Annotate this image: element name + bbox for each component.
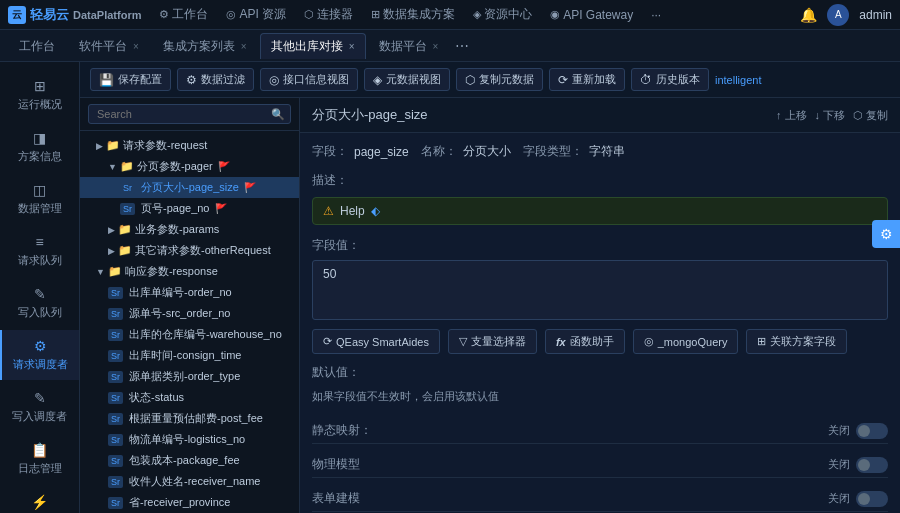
overview-icon: ⊞ — [34, 78, 46, 94]
sidebar-item-data-management[interactable]: ◫ 数据管理 — [0, 174, 79, 224]
tree-node-logistics-no[interactable]: Sr 物流单编号-logistics_no — [80, 429, 299, 450]
help-link[interactable]: ⬖ — [371, 204, 380, 218]
tree-node-params[interactable]: ▶ 📁 业务参数-params — [80, 219, 299, 240]
copy-meta-button[interactable]: ⬡ 复制元数据 — [456, 68, 543, 91]
field-name-value: 分页大小 — [463, 143, 511, 160]
tab-workbench[interactable]: 工作台 — [8, 33, 66, 59]
function-helper-label: 函数助手 — [570, 334, 614, 349]
interface-view-button[interactable]: ◎ 接口信息视图 — [260, 68, 358, 91]
sidebar-item-log-management[interactable]: 📋 日志管理 — [0, 434, 79, 484]
copy-icon: ⬡ — [853, 109, 863, 122]
write-debug-icon: ✎ — [34, 390, 46, 406]
fv-toolbar: ⟳ QEasy SmartAides ▽ 支量选择器 fx 函数助手 — [312, 329, 888, 354]
tree-node-receiver-name[interactable]: Sr 收件人姓名-receiver_name — [80, 471, 299, 492]
down-label: 下移 — [823, 108, 845, 123]
nav-connector[interactable]: ⬡ 连接器 — [296, 4, 361, 25]
default-value-section: 默认值： 如果字段值不生效时，会启用该默认值 — [312, 364, 888, 408]
detail-title: 分页大小-page_size — [312, 106, 776, 124]
nav-api-resource[interactable]: ◎ API 资源 — [218, 4, 294, 25]
more-tabs-icon[interactable]: ⋯ — [455, 38, 469, 54]
static-mapping-switch[interactable]: 关闭 — [828, 423, 888, 439]
move-down-button[interactable]: ↓ 下移 — [815, 108, 846, 123]
sidebar-item-request-queue[interactable]: ≡ 请求队列 — [0, 226, 79, 276]
tab-other-db-connect[interactable]: 其他出库对接 × — [260, 33, 366, 59]
function-helper-button[interactable]: fx 函数助手 — [545, 329, 625, 354]
sidebar-item-request-debug[interactable]: ⚙ 请求调度者 — [0, 330, 79, 380]
tree-node-request[interactable]: ▶ 📁 请求参数-request — [80, 135, 299, 156]
static-mapping-toggle[interactable] — [856, 423, 888, 439]
related-fields-button[interactable]: ⊞ 关联方案字段 — [746, 329, 847, 354]
reload-button[interactable]: ⟳ 重新加载 — [549, 68, 625, 91]
tab-data-platform-close[interactable]: × — [433, 41, 439, 52]
main-layout: ⊞ 运行概况 ◨ 方案信息 ◫ 数据管理 ≡ 请求队列 ✎ 写入队列 ⚙ 请求调… — [0, 62, 900, 513]
tree-node-order-type-label: 源单据类别-order_type — [129, 369, 240, 384]
physical-model-toggle[interactable] — [856, 457, 888, 473]
history-label: 历史版本 — [656, 72, 700, 87]
nav-api-gateway-label: API Gateway — [563, 8, 633, 22]
field-value-input[interactable]: 50 — [312, 260, 888, 320]
chevron-down-icon: ▼ — [108, 162, 117, 172]
qeasy-icon: ⟳ — [323, 335, 332, 348]
gear-settings-button[interactable]: ⚙ — [872, 220, 900, 248]
history-button[interactable]: ⏱ 历史版本 — [631, 68, 709, 91]
tree-node-src-order-no[interactable]: Sr 源单号-src_order_no — [80, 303, 299, 324]
nav-data-integration[interactable]: ⊞ 数据集成方案 — [363, 4, 463, 25]
tab-other-db-connect-close[interactable]: × — [349, 41, 355, 52]
nav-workbench[interactable]: ⚙ 工作台 — [151, 4, 216, 25]
field-type-item: 字段类型： 字符串 — [523, 143, 625, 160]
table-model-toggle[interactable] — [856, 491, 888, 507]
tree-node-page-size[interactable]: Sr 分页大小-page_size 🚩 — [80, 177, 299, 198]
data-filter-button[interactable]: ⚙ 数据过滤 — [177, 68, 254, 91]
qeasy-smartaides-button[interactable]: ⟳ QEasy SmartAides — [312, 329, 440, 354]
tree-node-consign-time[interactable]: Sr 出库时间-consign_time — [80, 345, 299, 366]
tab-software-platform-close[interactable]: × — [133, 41, 139, 52]
nav-more[interactable]: ··· — [643, 6, 669, 24]
down-arrow-icon: ↓ — [815, 109, 821, 121]
tree-node-order-no[interactable]: Sr 出库单编号-order_no — [80, 282, 299, 303]
table-model-row: 表单建模 关闭 — [312, 486, 888, 512]
tree-node-receiver-province[interactable]: Sr 省-receiver_province — [80, 492, 299, 513]
detail-panel: 分页大小-page_size ↑ 上移 ↓ 下移 ⬡ 复制 — [300, 98, 900, 513]
move-up-button[interactable]: ↑ 上移 — [776, 108, 807, 123]
tree-node-other-request[interactable]: ▶ 📁 其它请求参数-otherRequest — [80, 240, 299, 261]
tree-node-post-fee[interactable]: Sr 根据重量预估邮费-post_fee — [80, 408, 299, 429]
desc-row: 描述： — [312, 172, 888, 189]
sidebar-item-write-debug[interactable]: ✎ 写入调度者 — [0, 382, 79, 432]
tree-node-package-fee[interactable]: Sr 包装成本-package_fee — [80, 450, 299, 471]
nav-resource-center[interactable]: ◈ 资源中心 — [465, 4, 540, 25]
str-badge-order-type: Sr — [108, 371, 123, 383]
sidebar-item-event-factory[interactable]: ⚡ 事件加工厂 — [0, 486, 79, 513]
write-queue-icon: ✎ — [34, 286, 46, 302]
notification-bell-icon[interactable]: 🔔 — [800, 7, 817, 23]
search-input[interactable] — [88, 104, 291, 124]
nav-api-gateway[interactable]: ◉ API Gateway — [542, 6, 641, 24]
support-selector-button[interactable]: ▽ 支量选择器 — [448, 329, 537, 354]
tree-node-page-no[interactable]: Sr 页号-page_no 🚩 — [80, 198, 299, 219]
tree-node-response[interactable]: ▼ 📁 响应参数-response — [80, 261, 299, 282]
tree-node-pager[interactable]: ▼ 📁 分页参数-pager 🚩 — [80, 156, 299, 177]
table-model-switch[interactable]: 关闭 — [828, 491, 888, 507]
related-fields-label: 关联方案字段 — [770, 334, 836, 349]
folder-icon-pager: 📁 — [120, 160, 134, 173]
sidebar-item-write-debug-label: 写入调度者 — [12, 409, 67, 424]
save-config-button[interactable]: 💾 保存配置 — [90, 68, 171, 91]
physical-model-label: 物理模型 — [312, 456, 360, 473]
tab-data-platform[interactable]: 数据平台 × — [368, 33, 450, 59]
reload-label: 重新加载 — [572, 72, 616, 87]
tab-software-platform[interactable]: 软件平台 × — [68, 33, 150, 59]
sidebar-item-write-queue[interactable]: ✎ 写入队列 — [0, 278, 79, 328]
meta-view-button[interactable]: ◈ 元数据视图 — [364, 68, 450, 91]
mongo-query-button[interactable]: ◎ _mongoQuery — [633, 329, 739, 354]
static-mapping-label: 静态映射： — [312, 422, 372, 439]
default-value-text: 如果字段值不生效时，会启用该默认值 — [312, 385, 888, 408]
physical-model-switch[interactable]: 关闭 — [828, 457, 888, 473]
tree-node-warehouse-no[interactable]: Sr 出库的仓库编号-warehouse_no — [80, 324, 299, 345]
sidebar-item-solution-info[interactable]: ◨ 方案信息 — [0, 122, 79, 172]
tab-integration-list[interactable]: 集成方案列表 × — [152, 33, 258, 59]
sidebar-item-overview[interactable]: ⊞ 运行概况 — [0, 70, 79, 120]
copy-button[interactable]: ⬡ 复制 — [853, 108, 888, 123]
tree-node-order-type[interactable]: Sr 源单据类别-order_type — [80, 366, 299, 387]
sidebar-item-request-debug-label: 请求调度者 — [13, 357, 68, 372]
tree-node-status[interactable]: Sr 状态-status — [80, 387, 299, 408]
tab-integration-list-close[interactable]: × — [241, 41, 247, 52]
